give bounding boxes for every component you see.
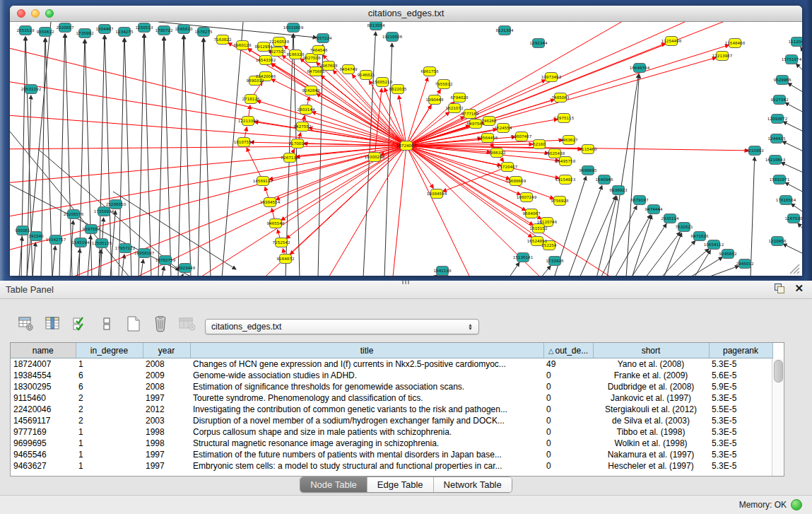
float-panel-icon[interactable] [775, 284, 784, 293]
black-edge[interactable] [601, 206, 637, 276]
memory-indicator[interactable] [791, 499, 802, 510]
column-header-pagerank[interactable]: pagerank [709, 343, 772, 358]
red-edge[interactable] [323, 55, 406, 146]
table-cell[interactable]: 5.3E-5 [709, 460, 772, 472]
table-cell[interactable]: 1 [76, 426, 143, 438]
red-edge[interactable] [317, 94, 406, 146]
table-cell[interactable]: 6 [76, 370, 143, 381]
black-edge[interactable] [675, 249, 709, 276]
table-cell[interactable]: 0 [543, 370, 593, 381]
column-header-name[interactable]: name [11, 343, 76, 358]
black-edge[interactable] [751, 157, 755, 276]
black-edge[interactable] [27, 95, 31, 276]
black-edge[interactable] [141, 259, 143, 276]
table-cell[interactable]: 9777169 [11, 426, 76, 438]
table-cell[interactable]: Estimation of the future numbers of pati… [190, 449, 543, 460]
table-row[interactable]: 946554611997Estimation of the future num… [11, 449, 772, 460]
red-edge[interactable] [10, 114, 406, 146]
table-cell[interactable]: 1 [76, 358, 143, 370]
table-cell[interactable]: 1 [76, 449, 143, 460]
table-cell[interactable]: Structural magnetic resonance image aver… [190, 438, 543, 449]
black-edge[interactable] [65, 34, 72, 276]
red-edge[interactable] [271, 64, 311, 90]
table-cell[interactable]: 2008 [143, 381, 190, 392]
black-edge[interactable] [182, 274, 183, 276]
black-edge[interactable] [124, 38, 131, 276]
table-cell[interactable]: Stergiakouli et al. (2012) [593, 404, 709, 415]
red-edge[interactable] [406, 112, 449, 146]
black-edge[interactable] [694, 250, 710, 276]
red-edge[interactable] [321, 146, 406, 276]
black-edge[interactable] [791, 204, 802, 214]
table-cell[interactable]: 2012 [143, 404, 190, 415]
table-settings-icon[interactable] [17, 315, 35, 333]
table-row[interactable]: 1872400712008Changes of HCN gene express… [11, 358, 772, 370]
table-cell[interactable]: Investigating the contribution of common… [190, 404, 543, 415]
table-cell[interactable]: 5.6E-5 [709, 370, 772, 381]
row-height-icon[interactable] [98, 315, 116, 333]
table-cell[interactable]: Changes of HCN gene expression and I(f) … [190, 358, 543, 370]
table-cell[interactable]: Estimation of significance thresholds fo… [190, 381, 543, 392]
black-edge[interactable] [782, 141, 802, 153]
red-edge[interactable] [257, 101, 406, 146]
black-edge[interactable] [689, 257, 722, 276]
table-cell[interactable]: Dudbridge et al. (2008) [593, 381, 709, 392]
table-cell[interactable]: 49 [543, 358, 593, 370]
black-edge[interactable] [222, 22, 243, 276]
red-edge[interactable] [392, 146, 406, 276]
black-edge[interactable] [178, 35, 184, 276]
column-header-in_degree[interactable]: in_degree [76, 343, 143, 358]
black-edge[interactable] [785, 182, 802, 194]
table-scrollbar-thumb[interactable] [774, 360, 783, 382]
table-cell[interactable]: 0 [543, 460, 593, 472]
column-header-short[interactable]: short [593, 343, 709, 358]
table-row[interactable]: 1456911722003Disruption of a novel membe… [11, 415, 772, 426]
table-cell[interactable]: 2003 [143, 415, 190, 426]
table-cell[interactable]: 2 [76, 415, 143, 426]
black-edge[interactable] [781, 163, 802, 174]
table-row[interactable]: 2242004622012Investigating the contribut… [11, 404, 772, 415]
table-cell[interactable]: 5.3E-5 [709, 426, 772, 438]
red-edge[interactable] [254, 122, 406, 146]
black-edge[interactable] [33, 243, 35, 276]
red-edge[interactable] [290, 146, 406, 255]
resize-grip-icon[interactable] [790, 264, 799, 274]
node-table-grid[interactable]: namein_degreeyeartitle△out_de...shortpag… [11, 343, 773, 472]
table-cell[interactable]: 9465546 [11, 449, 76, 460]
table-cell[interactable]: 0 [543, 438, 593, 449]
table-row[interactable]: 946362711997Embryonic stem cells: a mode… [11, 460, 772, 472]
red-edge[interactable] [109, 146, 406, 276]
table-cell[interactable]: Tourette syndrome. Phenomenology and cla… [190, 392, 543, 404]
black-edge[interactable] [204, 38, 211, 276]
black-edge[interactable] [796, 64, 802, 74]
black-edge[interactable] [661, 241, 695, 276]
black-edge[interactable] [783, 122, 802, 133]
tab-edge-table[interactable]: Edge Table [367, 477, 434, 492]
column-header-out_de[interactable]: △out_de... [543, 343, 593, 358]
black-edge[interactable] [626, 74, 639, 276]
black-edge[interactable] [664, 233, 682, 276]
black-edge[interactable] [158, 37, 164, 276]
column-header-title[interactable]: title [190, 343, 543, 358]
table-cell[interactable]: 1997 [143, 392, 190, 404]
black-edge[interactable] [119, 38, 124, 276]
red-edge[interactable] [269, 50, 406, 146]
new-table-icon[interactable] [124, 315, 143, 333]
network-window[interactable]: citations_edges.txt 18724007716382289601… [10, 6, 802, 276]
table-cell[interactable]: 18724007 [11, 358, 76, 370]
tab-network-table[interactable]: Network Table [434, 477, 512, 492]
table-cell[interactable]: Embryonic stem cells: a model to study s… [190, 460, 543, 472]
table-cell[interactable]: 5.3E-5 [709, 415, 772, 426]
table-cell[interactable]: 9115460 [11, 392, 76, 404]
table-cell[interactable]: 0 [543, 381, 593, 392]
black-edge[interactable] [184, 35, 191, 276]
table-cell[interactable]: 5.5E-5 [709, 404, 772, 415]
table-cell[interactable]: 6 [76, 381, 143, 392]
table-cell[interactable]: 0 [543, 415, 593, 426]
table-cell[interactable]: Corpus callosum shape and size in male p… [190, 426, 543, 438]
red-edge[interactable] [247, 148, 263, 181]
table-cell[interactable]: 1998 [143, 438, 190, 449]
black-edge[interactable] [788, 83, 802, 94]
black-edge[interactable] [607, 74, 639, 276]
table-cell[interactable]: Hescheler et al. (1997) [593, 460, 709, 472]
